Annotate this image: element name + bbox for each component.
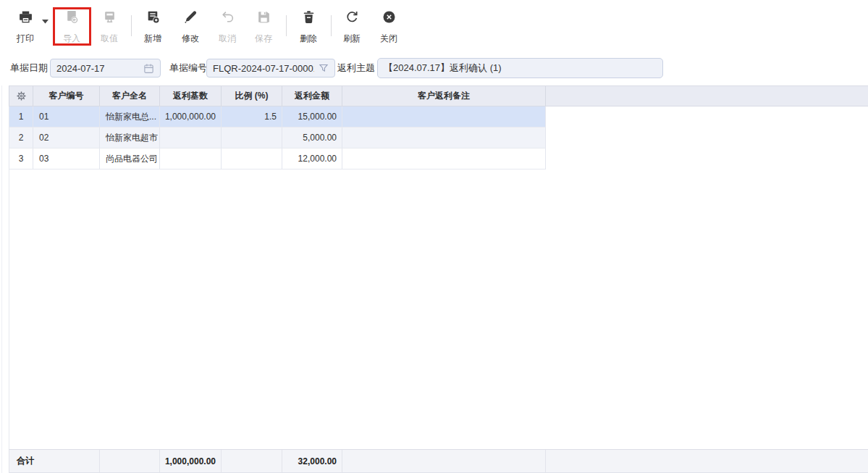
calendar-icon[interactable]: [143, 63, 154, 74]
row-number-cell[interactable]: 2: [9, 127, 33, 148]
doc-date-label: 单据日期: [10, 59, 48, 78]
rebate-base-total: 1,000,000.00: [160, 450, 222, 472]
rebate-base-cell[interactable]: 1,000,000.00: [160, 106, 222, 127]
edit-button[interactable]: 修改: [174, 9, 207, 43]
customer-no-cell[interactable]: 02: [33, 127, 100, 148]
fetch-value-button[interactable]: 取值: [93, 9, 126, 43]
close-label: 关闭: [380, 34, 397, 43]
cancel-button[interactable]: 取消: [211, 9, 244, 43]
refresh-icon: [345, 9, 360, 25]
column-header-rebate-base[interactable]: 返利基数: [160, 86, 222, 106]
footer-empty-cell: [222, 450, 282, 472]
print-button[interactable]: 打印: [9, 9, 42, 43]
rebate-amount-cell[interactable]: 5,000.00: [282, 127, 342, 148]
footer-empty-cell: [100, 450, 160, 472]
total-label: 合计: [9, 450, 100, 472]
panel-left-border: [1, 85, 2, 473]
import-icon: [64, 9, 80, 25]
column-header-filler: [546, 86, 868, 106]
table-row[interactable]: 1 01 怡新家电总... 1,000,000.00 1.5 15,000.00: [9, 106, 546, 127]
edit-icon: [183, 9, 198, 25]
remark-cell[interactable]: [342, 148, 546, 169]
footer-filler: [546, 450, 868, 472]
delete-label: 删除: [300, 34, 317, 43]
gear-icon: [15, 90, 28, 102]
close-icon: [382, 9, 397, 25]
undo-icon: [220, 9, 235, 25]
printer-icon: [18, 9, 33, 25]
add-new-button[interactable]: 新增: [136, 9, 169, 43]
column-header-rebate-amount[interactable]: 返利金额: [282, 86, 342, 106]
column-header-customer-name[interactable]: 客户全名: [100, 86, 160, 106]
customer-name-cell[interactable]: 尚品电器公司: [100, 148, 160, 169]
fetch-value-label: 取值: [101, 34, 118, 43]
doc-no-label: 单据编号: [169, 59, 207, 78]
footer-empty-cell: [342, 450, 546, 472]
save-icon: [256, 9, 271, 25]
rebate-amount-cell[interactable]: 15,000.00: [282, 106, 342, 127]
rebate-amount-cell[interactable]: 12,000.00: [282, 148, 342, 169]
print-label: 打印: [17, 34, 34, 43]
remark-cell[interactable]: [342, 127, 546, 148]
customer-name-cell[interactable]: 怡新家电超市: [100, 127, 160, 148]
grid-footer: 合计 1,000,000.00 32,000.00: [9, 449, 868, 473]
rebate-subject-field[interactable]: 【2024.07.17】返利确认 (1): [377, 58, 663, 78]
close-button[interactable]: 关闭: [372, 9, 405, 43]
fetch-value-icon: [102, 9, 117, 25]
rebate-base-cell[interactable]: [160, 148, 222, 169]
save-button[interactable]: 保存: [247, 9, 280, 43]
remark-cell[interactable]: [342, 106, 546, 127]
table-row[interactable]: 2 02 怡新家电超市 5,000.00: [9, 127, 546, 148]
row-number-cell[interactable]: 1: [9, 106, 33, 127]
customer-no-cell[interactable]: 03: [33, 148, 100, 169]
column-header-ratio[interactable]: 比例 (%): [222, 86, 282, 106]
rebate-subject-label: 返利主题: [337, 59, 375, 78]
column-header-remark[interactable]: 客户返利备注: [342, 86, 546, 106]
column-header-customer-no[interactable]: 客户编号: [33, 86, 100, 106]
row-number-cell[interactable]: 3: [9, 148, 33, 169]
save-label: 保存: [255, 34, 272, 43]
delete-button[interactable]: 删除: [292, 9, 325, 43]
doc-no-field[interactable]: FLQR-2024-07-17-00001: [206, 59, 335, 78]
rebate-amount-total: 32,000.00: [282, 450, 342, 472]
column-settings-button[interactable]: [9, 86, 33, 106]
rebate-base-cell[interactable]: [160, 127, 222, 148]
rebate-subject-value: 【2024.07.17】返利确认 (1): [384, 62, 657, 75]
add-new-label: 新增: [144, 34, 161, 43]
toolbar-separator: [331, 15, 332, 36]
refresh-label: 刷新: [343, 34, 361, 43]
cancel-label: 取消: [219, 34, 236, 43]
add-new-icon: [146, 9, 161, 25]
table-row[interactable]: 3 03 尚品电器公司 12,000.00: [9, 148, 546, 169]
ratio-cell[interactable]: [222, 127, 282, 148]
doc-date-value: 2024-07-17: [56, 63, 139, 74]
refresh-button[interactable]: 刷新: [335, 9, 368, 43]
doc-no-value: FLQR-2024-07-17-00001: [213, 63, 314, 74]
grid-header: 客户编号 客户全名 返利基数 比例 (%) 返利金额 客户返利备注: [9, 85, 868, 106]
filter-icon[interactable]: [319, 63, 329, 73]
trash-icon: [301, 9, 316, 25]
import-button[interactable]: 导入: [55, 9, 88, 43]
edit-label: 修改: [182, 34, 199, 43]
ratio-cell[interactable]: [222, 148, 282, 169]
doc-date-field[interactable]: 2024-07-17: [50, 59, 161, 78]
print-dropdown-caret-icon[interactable]: [42, 20, 49, 24]
grid-left-border: [9, 169, 9, 449]
customer-no-cell[interactable]: 01: [33, 106, 100, 127]
toolbar-separator: [286, 15, 287, 36]
ratio-cell[interactable]: 1.5: [222, 106, 282, 127]
toolbar-separator: [131, 15, 132, 36]
import-label: 导入: [63, 34, 80, 43]
customer-name-cell[interactable]: 怡新家电总...: [100, 106, 160, 127]
toolbar: 打印 导入 取值 新增 修改 取消 保存 删除 刷新 关闭: [0, 0, 868, 52]
